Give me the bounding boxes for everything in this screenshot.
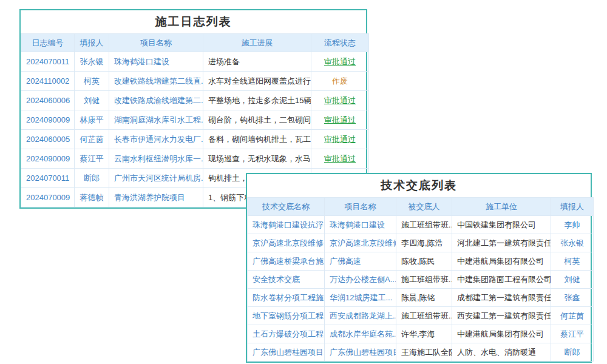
disclosure-name-link[interactable]: 安全技术交底 bbox=[248, 271, 325, 289]
disclosure-name-link[interactable]: 广佛高速桥梁承台施... bbox=[248, 252, 325, 271]
unit-text: 中建港航局集团有限公司 bbox=[452, 325, 551, 343]
reporter-link[interactable]: 张永银 bbox=[75, 52, 109, 72]
column-header-briefed: 被交底人 bbox=[396, 198, 452, 216]
column-header-reporter: 填报人 bbox=[75, 34, 109, 52]
column-header-reporter: 填报人 bbox=[551, 198, 594, 216]
unit-text: 中建港航局集团有限公司 bbox=[452, 252, 551, 271]
log-panel-title: 施工日志列表 bbox=[21, 10, 366, 33]
project-link[interactable]: 改建铁路成渝线增建第二... bbox=[109, 91, 203, 110]
project-link[interactable]: 珠海鹤港口建设 bbox=[325, 216, 396, 234]
reporter-link[interactable]: 何芷茵 bbox=[75, 130, 109, 149]
status-link[interactable]: 审批通过 bbox=[311, 91, 369, 110]
project-link[interactable]: 珠海鹤港口建设 bbox=[109, 52, 203, 72]
project-link[interactable]: 京沪高速北京段维修 bbox=[325, 234, 396, 252]
project-link[interactable]: 改建铁路线增建第二线直... bbox=[109, 72, 203, 91]
table-row: 地下室钢筋分项工程... 西安成都路龙湖上... 施工班组带班... 西安建工第… bbox=[248, 307, 594, 325]
reporter-link[interactable]: 断郎 bbox=[75, 169, 109, 188]
status-link[interactable]: 审批通过 bbox=[311, 110, 369, 130]
table-row: 2024060006 刘健 改建铁路成渝线增建第二... 平整场地，拉走多余泥土… bbox=[21, 91, 369, 110]
column-header-disclosure-name: 技术交底名称 bbox=[248, 198, 325, 216]
table-row: 2024110002 柯英 改建铁路线增建第二线直... 水车对全线遮阳网覆盖点… bbox=[21, 72, 369, 91]
progress-text: 现场巡查，无积水现象，水马... bbox=[203, 149, 311, 169]
unit-text: 中建集团路面工程有限公司 bbox=[452, 271, 551, 289]
status-link[interactable]: 审批通过 bbox=[311, 52, 369, 72]
reporter-link[interactable]: 断郎 bbox=[551, 343, 594, 362]
project-link[interactable]: 华润12城房建工... bbox=[325, 289, 396, 307]
column-header-unit: 施工单位 bbox=[452, 198, 551, 216]
reporter-link[interactable]: 蔡江平 bbox=[551, 325, 594, 343]
briefed-text: 施工班组带班... bbox=[396, 216, 452, 234]
column-header-project: 项目名称 bbox=[109, 34, 203, 52]
log-id-link[interactable]: 2024070011 bbox=[21, 52, 75, 72]
log-id-link[interactable]: 2024070009 bbox=[21, 188, 75, 207]
disclosure-table: 技术交底名称 项目名称 被交底人 施工单位 填报人 珠海鹤港口建设抗浮... 珠… bbox=[247, 197, 594, 362]
project-link[interactable]: 西安成都路龙湖上... bbox=[325, 307, 396, 325]
unit-text: 西安建工第一建筑有限责任公司 bbox=[452, 307, 551, 325]
project-link[interactable]: 青海洪湖养护院项目 bbox=[109, 188, 203, 207]
briefed-text: 陈牧,陈民 bbox=[396, 252, 452, 271]
table-row: 2024070011 张永银 珠海鹤港口建设 进场准备 审批通过 bbox=[21, 52, 369, 72]
status-link[interactable]: 审批通过 bbox=[311, 149, 369, 169]
disclosure-name-link[interactable]: 地下室钢筋分项工程... bbox=[248, 307, 325, 325]
disclosure-name-link[interactable]: 广东佛山碧桂园项目... bbox=[248, 343, 325, 362]
disclosure-panel-title: 技术交底列表 bbox=[247, 174, 591, 197]
reporter-link[interactable]: 蒋德帧 bbox=[75, 188, 109, 207]
progress-text: 砌台阶，钩机排土，二包砌间... bbox=[203, 110, 311, 130]
progress-text: 进场准备 bbox=[203, 52, 311, 72]
briefed-text: 李四海,陈浩 bbox=[396, 234, 452, 252]
status-link[interactable]: 审批通过 bbox=[311, 130, 369, 149]
column-header-status: 流程状态 bbox=[311, 34, 369, 52]
reporter-link[interactable]: 李帅 bbox=[551, 216, 594, 234]
progress-text: 备料，砌间墙钩机排土，瓦工... bbox=[203, 130, 311, 149]
column-header-log-id: 日志编号 bbox=[21, 34, 75, 52]
briefed-text: 许华,李海 bbox=[396, 325, 452, 343]
reporter-link[interactable]: 林康平 bbox=[75, 110, 109, 130]
table-row: 广佛高速桥梁承台施... 广佛高速 陈牧,陈民 中建港航局集团有限公司 柯英 bbox=[248, 252, 594, 271]
briefed-text: 施工班组带班... bbox=[396, 307, 452, 325]
briefed-text: 陈晨,陈铭 bbox=[396, 289, 452, 307]
reporter-link[interactable]: 何芷茵 bbox=[551, 307, 594, 325]
status-link[interactable]: 作废 bbox=[311, 72, 369, 91]
column-header-progress: 施工进展 bbox=[203, 34, 311, 52]
reporter-link[interactable]: 张永银 bbox=[551, 234, 594, 252]
log-id-link[interactable]: 2024060006 bbox=[21, 91, 75, 110]
reporter-link[interactable]: 刘健 bbox=[75, 91, 109, 110]
unit-text: 河北建工第一建筑有限责任公司 bbox=[452, 234, 551, 252]
reporter-link[interactable]: 刘健 bbox=[551, 271, 594, 289]
project-link[interactable]: 广东佛山碧桂园项目 bbox=[325, 343, 396, 362]
log-id-link[interactable]: 2024070011 bbox=[21, 169, 75, 188]
project-link[interactable]: 长春市伊通河水力发电厂... bbox=[109, 130, 203, 149]
table-row: 珠海鹤港口建设抗浮... 珠海鹤港口建设 施工班组带班... 中国铁建集团有限公… bbox=[248, 216, 594, 234]
disclosure-name-link[interactable]: 京沪高速北京段维修... bbox=[248, 234, 325, 252]
log-id-link[interactable]: 2024090009 bbox=[21, 149, 75, 169]
progress-text: 水车对全线遮阳网覆盖点进行... bbox=[203, 72, 311, 91]
log-header-row: 日志编号 填报人 项目名称 施工进展 流程状态 bbox=[21, 34, 369, 52]
column-header-project: 项目名称 bbox=[325, 198, 396, 216]
project-link[interactable]: 广州市天河区统计局机房... bbox=[109, 169, 203, 188]
reporter-link[interactable]: 柯英 bbox=[551, 252, 594, 271]
disclosure-name-link[interactable]: 土石方爆破分项工程... bbox=[248, 325, 325, 343]
project-link[interactable]: 成都水岸华庭名苑... bbox=[325, 325, 396, 343]
project-link[interactable]: 湖南洞庭湖水库引水工程... bbox=[109, 110, 203, 130]
unit-text: 人防、水电、消防暖通 bbox=[452, 343, 551, 362]
table-row: 京沪高速北京段维修... 京沪高速北京段维修 李四海,陈浩 河北建工第一建筑有限… bbox=[248, 234, 594, 252]
disclosure-name-link[interactable]: 防水卷材分项工程施... bbox=[248, 289, 325, 307]
log-id-link[interactable]: 2024110002 bbox=[21, 72, 75, 91]
table-row: 2024090009 林康平 湖南洞庭湖水库引水工程... 砌台阶，钩机排土，二… bbox=[21, 110, 369, 130]
project-link[interactable]: 广佛高速 bbox=[325, 252, 396, 271]
log-id-link[interactable]: 2024060005 bbox=[21, 130, 75, 149]
table-row: 安全技术交底 万达办公楼左侧A... 施工班组带班... 中建集团路面工程有限公… bbox=[248, 271, 594, 289]
reporter-link[interactable]: 张鑫 bbox=[551, 289, 594, 307]
project-link[interactable]: 云南水利枢纽潜明水库一... bbox=[109, 149, 203, 169]
reporter-link[interactable]: 蔡江平 bbox=[75, 149, 109, 169]
unit-text: 中国铁建集团有限公司 bbox=[452, 216, 551, 234]
progress-text: 平整场地，拉走多余泥土15辆... bbox=[203, 91, 311, 110]
table-row: 防水卷材分项工程施... 华润12城房建工... 陈晨,陈铭 成都建工第一建筑有… bbox=[248, 289, 594, 307]
reporter-link[interactable]: 柯英 bbox=[75, 72, 109, 91]
table-row: 2024060005 何芷茵 长春市伊通河水力发电厂... 备料，砌间墙钩机排土… bbox=[21, 130, 369, 149]
disclosure-name-link[interactable]: 珠海鹤港口建设抗浮... bbox=[248, 216, 325, 234]
briefed-text: 王海施工队全队 bbox=[396, 343, 452, 362]
project-link[interactable]: 万达办公楼左侧A... bbox=[325, 271, 396, 289]
briefed-text: 施工班组带班... bbox=[396, 271, 452, 289]
log-id-link[interactable]: 2024090009 bbox=[21, 110, 75, 130]
